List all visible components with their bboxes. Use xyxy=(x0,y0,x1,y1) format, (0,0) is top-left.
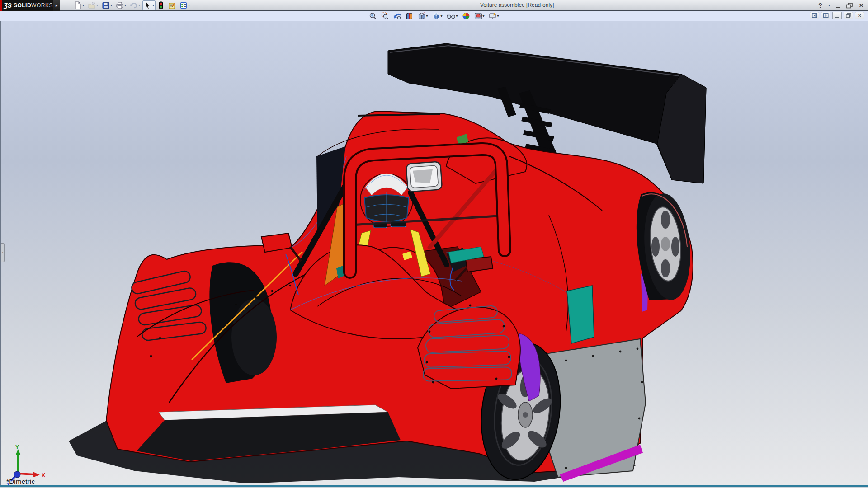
view-settings-button[interactable]: ▾ xyxy=(488,11,500,21)
undo-button[interactable]: ▾ xyxy=(128,0,142,10)
apply-scene-icon xyxy=(475,12,482,20)
document-restore-icon xyxy=(846,13,851,18)
select-arrow-icon xyxy=(144,1,152,9)
display-style-icon xyxy=(432,12,440,20)
featuremanager-splitter-tab[interactable]: ‹ xyxy=(1,243,5,262)
document-close-button[interactable]: ✕ xyxy=(855,12,864,19)
options-button[interactable]: ▾ xyxy=(178,0,191,10)
view-orientation-icon xyxy=(418,12,425,20)
tile-left-icon xyxy=(812,13,817,18)
apply-scene-button[interactable]: ▾ xyxy=(473,11,486,21)
save-floppy-icon xyxy=(102,1,110,9)
headsup-view-toolbar: ▾ ▾ ▾ xyxy=(368,11,500,21)
svg-text:X: X xyxy=(42,472,45,479)
help-caret[interactable]: ▾ xyxy=(828,4,830,7)
new-document-button[interactable]: ▾ xyxy=(72,0,85,10)
menu-flyout-arrow[interactable]: ▸ xyxy=(53,0,60,11)
3ds-logo-icon: ƷS xyxy=(4,2,12,9)
previous-view-icon xyxy=(393,12,401,20)
titlebar: ƷS SOLIDWORKS ▸ ▾ ▾ ▾ xyxy=(0,0,868,11)
svg-text:Y: Y xyxy=(15,444,19,450)
restore-button[interactable] xyxy=(846,3,853,9)
side-duct-teal xyxy=(567,286,594,343)
graphics-viewport[interactable]: Y X Z ‹ *Dimetric xyxy=(0,21,868,485)
view-orientation-button[interactable]: ▾ xyxy=(416,11,429,21)
hide-show-items-button[interactable]: ▾ xyxy=(445,11,459,21)
options-list-icon xyxy=(179,1,188,9)
zoom-to-area-icon xyxy=(381,12,389,20)
document-restore-button[interactable] xyxy=(844,12,853,19)
edit-appearance-button[interactable] xyxy=(461,11,472,21)
menubar-toolbar: ▾ ▾ ▾ ▾ ▾ xyxy=(72,0,191,10)
rebuild-button[interactable] xyxy=(156,0,165,10)
window-title: Voiture assomblee [Read-only] xyxy=(480,2,554,8)
undo-icon xyxy=(130,1,138,9)
window-controls: ? ▾ ✕ xyxy=(818,0,863,11)
edit-appearance-icon xyxy=(462,12,470,20)
open-folder-icon xyxy=(88,1,96,9)
rebuild-stoplight-icon xyxy=(158,1,164,9)
minimize-button[interactable] xyxy=(836,7,840,8)
zoom-to-fit-icon xyxy=(369,12,377,20)
view-settings-icon xyxy=(489,12,497,20)
display-style-button[interactable]: ▾ xyxy=(431,11,443,21)
document-minimize-button[interactable] xyxy=(832,12,842,19)
solidworks-logo: ƷS SOLIDWORKS xyxy=(0,0,53,11)
tile-left-button[interactable] xyxy=(810,12,819,19)
print-button[interactable]: ▾ xyxy=(114,0,127,10)
new-document-icon xyxy=(74,1,82,9)
brand-solid: SOLID xyxy=(14,2,31,9)
zoom-to-fit-button[interactable] xyxy=(368,11,378,21)
previous-view-button[interactable] xyxy=(392,11,402,21)
hide-show-items-icon xyxy=(447,12,455,20)
open-document-button[interactable]: ▾ xyxy=(86,0,99,10)
intake-box xyxy=(406,161,442,192)
section-view-button[interactable] xyxy=(404,11,415,21)
tile-right-button[interactable] xyxy=(821,12,830,19)
select-tool-button[interactable]: ▾ xyxy=(142,0,156,10)
close-button[interactable]: ✕ xyxy=(859,0,863,11)
file-properties-icon xyxy=(168,1,176,9)
help-button[interactable]: ? xyxy=(818,0,822,11)
headsup-band: ▾ ▾ ▾ xyxy=(0,11,868,21)
status-bar-sliver xyxy=(0,487,868,488)
print-icon xyxy=(116,1,124,9)
view-orientation-label: *Dimetric xyxy=(6,478,35,485)
save-button[interactable]: ▾ xyxy=(100,0,113,10)
car-model-canvas[interactable]: Y X Z xyxy=(1,21,868,485)
document-window-controls: ✕ xyxy=(810,12,864,19)
file-properties-button[interactable] xyxy=(166,0,177,10)
section-view-icon xyxy=(406,12,413,20)
zoom-to-area-button[interactable] xyxy=(380,11,390,21)
brand-works: WORKS xyxy=(31,2,53,9)
tile-right-icon xyxy=(823,13,829,18)
